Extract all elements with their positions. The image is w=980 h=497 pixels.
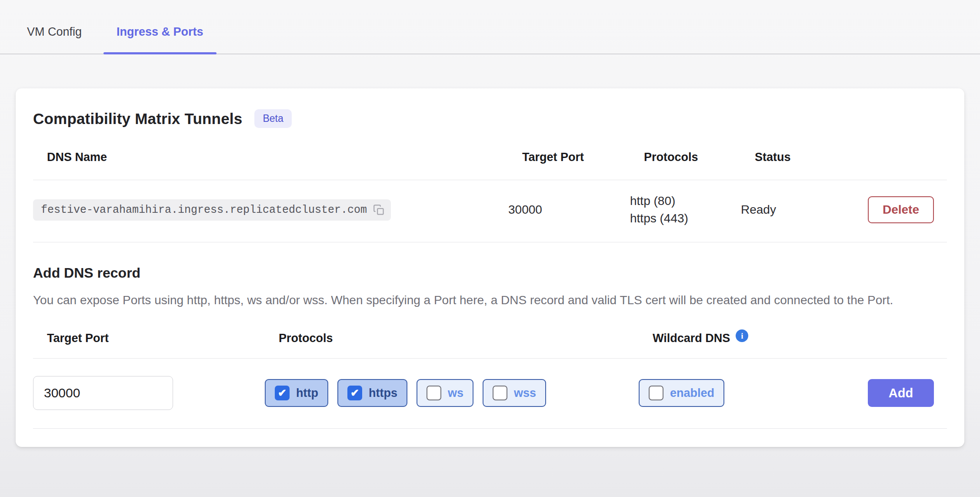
checkbox-ws-label: ws bbox=[448, 386, 463, 400]
add-dns-description: You can expose Ports using http, https, … bbox=[33, 292, 935, 309]
label-target-port: Target Port bbox=[47, 332, 279, 345]
checkbox-ws-box bbox=[427, 386, 441, 400]
add-dns-labels-row: Target Port Protocols Wildcard DNS i bbox=[33, 332, 947, 359]
target-port-input[interactable] bbox=[33, 376, 173, 410]
checkbox-wss-box bbox=[493, 386, 507, 400]
wildcard-dns-group: enabled bbox=[639, 379, 854, 407]
add-dns-form-row: ✔ http ✔ https ws wss enabled Add bbox=[33, 359, 947, 429]
checkbox-wildcard-box bbox=[649, 386, 663, 400]
row-protocol-https: https (443) bbox=[630, 210, 741, 227]
tab-bar: VM Config Ingress & Ports bbox=[0, 0, 980, 54]
tab-ingress-ports[interactable]: Ingress & Ports bbox=[103, 0, 217, 54]
label-protocols: Protocols bbox=[279, 332, 653, 345]
tunnels-card: Compatibility Matrix Tunnels Beta DNS Na… bbox=[16, 88, 964, 447]
row-target-port: 30000 bbox=[508, 203, 630, 217]
row-protocols: http (80) https (443) bbox=[630, 192, 741, 227]
checkbox-http[interactable]: ✔ http bbox=[265, 379, 328, 407]
column-header-protocols: Protocols bbox=[644, 151, 755, 164]
column-header-status: Status bbox=[755, 151, 868, 164]
card-title: Compatibility Matrix Tunnels bbox=[33, 110, 242, 128]
beta-badge: Beta bbox=[254, 109, 291, 128]
checkbox-https[interactable]: ✔ https bbox=[337, 379, 407, 407]
checkbox-wss-label: wss bbox=[514, 386, 536, 400]
checkbox-https-label: https bbox=[369, 386, 397, 400]
table-row: festive-varahamihira.ingress.replicatedc… bbox=[33, 180, 947, 242]
checkbox-wildcard-label: enabled bbox=[670, 386, 714, 400]
checkbox-https-box: ✔ bbox=[347, 386, 362, 400]
checkbox-http-box: ✔ bbox=[275, 386, 290, 400]
dns-name-value: festive-varahamihira.ingress.replicatedc… bbox=[41, 204, 367, 216]
checkbox-http-label: http bbox=[296, 386, 318, 400]
add-dns-heading: Add DNS record bbox=[33, 265, 947, 281]
dns-name-pill: festive-varahamihira.ingress.replicatedc… bbox=[33, 199, 391, 221]
card-title-row: Compatibility Matrix Tunnels Beta bbox=[33, 109, 947, 128]
wildcard-dns-text: Wildcard DNS bbox=[653, 332, 730, 345]
tunnels-table-header: DNS Name Target Port Protocols Status bbox=[33, 151, 947, 180]
row-protocol-http: http (80) bbox=[630, 192, 741, 210]
info-icon[interactable]: i bbox=[736, 329, 748, 342]
protocol-checkbox-group: ✔ http ✔ https ws wss bbox=[265, 379, 639, 407]
checkbox-ws[interactable]: ws bbox=[417, 379, 473, 407]
add-button[interactable]: Add bbox=[868, 379, 934, 407]
column-header-dns-name: DNS Name bbox=[47, 151, 522, 164]
label-wildcard-dns: Wildcard DNS i bbox=[653, 332, 868, 345]
checkbox-wss[interactable]: wss bbox=[483, 379, 546, 407]
tab-vm-config[interactable]: VM Config bbox=[14, 0, 95, 54]
row-status: Ready bbox=[741, 203, 854, 217]
checkbox-wildcard-enabled[interactable]: enabled bbox=[639, 379, 724, 407]
copy-icon[interactable] bbox=[373, 204, 385, 216]
column-header-target-port: Target Port bbox=[522, 151, 644, 164]
delete-button[interactable]: Delete bbox=[868, 196, 934, 223]
